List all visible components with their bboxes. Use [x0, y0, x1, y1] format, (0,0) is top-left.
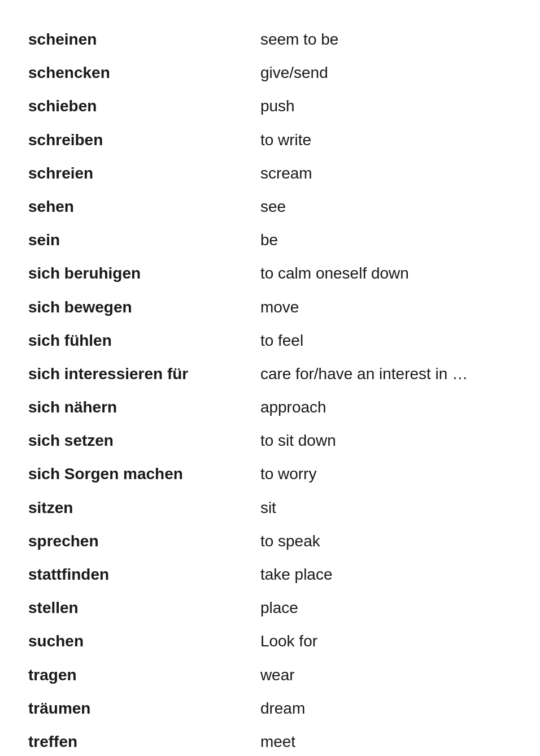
english-translation: dream — [260, 692, 512, 725]
english-translation: care for/have an interest in … — [260, 357, 512, 390]
table-row: sich beruhigento calm oneself down — [28, 257, 512, 290]
german-word: sein — [28, 223, 260, 257]
table-row: sich Sorgen machento worry — [28, 457, 512, 490]
german-word: sprechen — [28, 524, 260, 558]
english-translation: see — [260, 190, 512, 223]
english-translation: take place — [260, 558, 512, 591]
german-word: suchen — [28, 624, 260, 658]
german-word: sich setzen — [28, 424, 260, 457]
table-row: sitzensit — [28, 491, 512, 524]
german-word: treffen — [28, 725, 260, 756]
english-translation: push — [260, 89, 512, 123]
table-row: sich interessieren fürcare for/have an i… — [28, 357, 512, 390]
vocabulary-table: scheinenseem to beschenckengive/sendschi… — [28, 23, 512, 756]
german-word: schreiben — [28, 123, 260, 157]
english-translation: move — [260, 290, 512, 324]
english-translation: to calm oneself down — [260, 257, 512, 290]
table-row: schreienscream — [28, 157, 512, 190]
table-row: seinbe — [28, 223, 512, 257]
english-translation: scream — [260, 157, 512, 190]
german-word: sitzen — [28, 491, 260, 524]
german-word: scheinen — [28, 23, 260, 56]
english-translation: to feel — [260, 324, 512, 357]
german-word: sehen — [28, 190, 260, 223]
table-row: sich nähernapproach — [28, 390, 512, 424]
english-translation: give/send — [260, 56, 512, 89]
table-row: scheinenseem to be — [28, 23, 512, 56]
german-word: schieben — [28, 89, 260, 123]
german-word: stellen — [28, 591, 260, 624]
german-word: sich bewegen — [28, 290, 260, 324]
table-row: stellenplace — [28, 591, 512, 624]
table-row: sich fühlento feel — [28, 324, 512, 357]
english-translation: meet — [260, 725, 512, 756]
table-row: schiebenpush — [28, 89, 512, 123]
german-word: sich Sorgen machen — [28, 457, 260, 490]
german-word: stattfinden — [28, 558, 260, 591]
table-row: tragenwear — [28, 658, 512, 692]
table-row: träumendream — [28, 692, 512, 725]
table-row: schreibento write — [28, 123, 512, 157]
german-word: sich interessieren für — [28, 357, 260, 390]
english-translation: to write — [260, 123, 512, 157]
english-translation: sit — [260, 491, 512, 524]
german-word: sich nähern — [28, 390, 260, 424]
english-translation: Look for — [260, 624, 512, 658]
english-translation: seem to be — [260, 23, 512, 56]
german-word: schreien — [28, 157, 260, 190]
table-row: sprechento speak — [28, 524, 512, 558]
table-row: stattfindentake place — [28, 558, 512, 591]
german-word: tragen — [28, 658, 260, 692]
english-translation: approach — [260, 390, 512, 424]
table-row: sehensee — [28, 190, 512, 223]
table-row: sich setzento sit down — [28, 424, 512, 457]
german-word: sich fühlen — [28, 324, 260, 357]
table-row: suchenLook for — [28, 624, 512, 658]
english-translation: to speak — [260, 524, 512, 558]
german-word: schencken — [28, 56, 260, 89]
german-word: sich beruhigen — [28, 257, 260, 290]
table-row: schenckengive/send — [28, 56, 512, 89]
table-row: treffenmeet — [28, 725, 512, 756]
english-translation: place — [260, 591, 512, 624]
german-word: träumen — [28, 692, 260, 725]
english-translation: to worry — [260, 457, 512, 490]
english-translation: wear — [260, 658, 512, 692]
english-translation: to sit down — [260, 424, 512, 457]
english-translation: be — [260, 223, 512, 257]
table-row: sich bewegenmove — [28, 290, 512, 324]
